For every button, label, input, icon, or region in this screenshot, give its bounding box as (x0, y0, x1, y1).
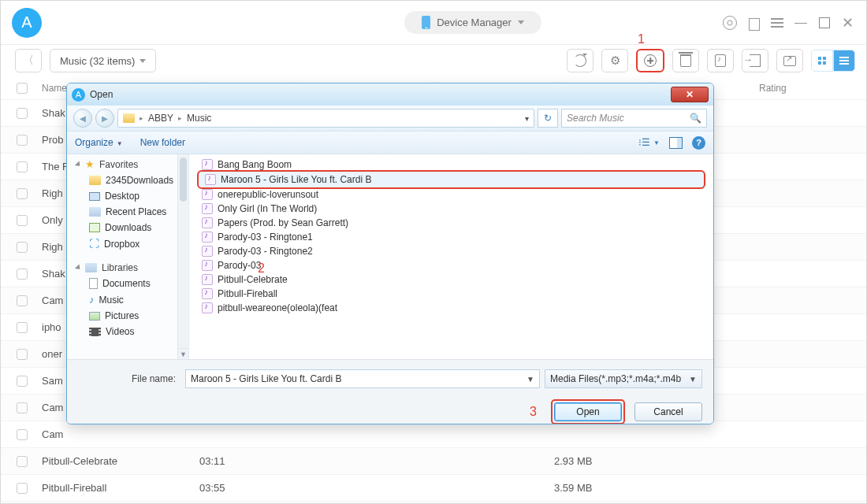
device-label: Device Manager (437, 17, 512, 28)
select-all-checkbox[interactable] (17, 83, 28, 94)
table-row[interactable]: Pitbull-Celebrate03:112.93 MB (1, 448, 866, 475)
sidebar-item-documents[interactable]: Documents (67, 276, 188, 291)
device-manager-dropdown[interactable]: Device Manager (404, 11, 541, 34)
row-checkbox[interactable] (17, 161, 28, 172)
maximize-button[interactable] (817, 16, 832, 30)
row-checkbox[interactable] (17, 349, 28, 360)
view-mode-button[interactable]: ⁝☰ ▼ (638, 137, 660, 148)
dialog-title: Open (90, 89, 113, 100)
sidebar-item-downloads[interactable]: Downloads (67, 220, 188, 235)
sidebar-favorites-header[interactable]: ★Favorites (67, 154, 188, 172)
file-item[interactable]: Only Girl (In The World) (199, 202, 704, 216)
table-row[interactable]: Pitbull-Fireball03:553.59 MB (1, 475, 866, 502)
audio-file-icon (202, 274, 213, 285)
file-item[interactable]: onerepublic-loverunsout (199, 187, 704, 202)
file-name: Only Girl (In The World) (218, 203, 317, 214)
search-placeholder: Search Music (567, 113, 624, 124)
minimize-button[interactable]: — (794, 16, 808, 30)
address-dropdown-icon[interactable]: ▾ (525, 114, 529, 123)
callout-3: 3 (530, 405, 537, 419)
row-checkbox[interactable] (17, 135, 28, 146)
file-item[interactable]: Pitbull-Fireball (199, 287, 704, 301)
row-checkbox[interactable] (17, 269, 28, 280)
file-filter-select[interactable]: Media Files(*.mp3;*.m4a;*.m4b ▼ (545, 369, 702, 388)
file-item[interactable]: Parody-03 - Ringtone1 (199, 230, 704, 244)
new-folder-button[interactable]: New folder (140, 137, 185, 148)
address-bar[interactable]: ▸ ABBY ▸ Music ▾ (117, 109, 534, 128)
back-button[interactable]: 〈 (15, 49, 42, 72)
file-item[interactable]: Parody-03 (199, 258, 704, 272)
cancel-button[interactable]: Cancel (634, 402, 702, 421)
path-seg-1[interactable]: ABBY (148, 113, 173, 124)
row-name: Pitbull-Fireball (42, 482, 199, 494)
row-checkbox[interactable] (17, 108, 28, 119)
app-close-button[interactable]: ✕ (841, 16, 855, 30)
dialog-title-bar[interactable]: A Open ✕ (67, 83, 713, 106)
organize-menu[interactable]: Organize▼ (75, 137, 123, 148)
row-checkbox[interactable] (17, 376, 28, 387)
libraries-icon (85, 263, 97, 272)
list-view-button[interactable] (833, 50, 855, 72)
sidebar-item-desktop[interactable]: Desktop (67, 188, 188, 204)
sidebar-scrollbar[interactable]: ▲▼ (177, 154, 188, 359)
callout-2: 2 (258, 261, 265, 276)
address-refresh-button[interactable]: ↻ (538, 109, 558, 128)
settings-button[interactable]: ⚙ (601, 49, 628, 72)
row-checkbox[interactable] (17, 483, 28, 494)
target-icon[interactable] (723, 16, 737, 30)
nav-forward-button[interactable]: ► (95, 109, 114, 128)
row-checkbox[interactable] (17, 456, 28, 467)
file-name: Papers (Prod. by Sean Garrett) (218, 217, 348, 228)
path-seg-2[interactable]: Music (187, 113, 211, 124)
row-checkbox[interactable] (17, 322, 28, 333)
send-button[interactable] (776, 49, 803, 72)
table-row[interactable]: Cam (1, 421, 866, 448)
add-button[interactable] (636, 49, 664, 72)
open-button[interactable]: Open (554, 402, 622, 421)
phone-icon (422, 16, 430, 29)
row-checkbox[interactable] (17, 215, 28, 226)
file-item[interactable]: Maroon 5 - Girls Like You ft. Cardi B (199, 172, 704, 187)
refresh-button[interactable] (567, 49, 594, 72)
file-item[interactable]: pitbull-weareone(oleola)(feat (199, 301, 704, 315)
breadcrumb-label: Music (32 items) (60, 55, 135, 67)
file-item[interactable]: Papers (Prod. by Sean Garrett) (199, 216, 704, 230)
file-item[interactable]: Pitbull-Celebrate (199, 272, 704, 287)
file-name: Pitbull-Celebrate (218, 274, 288, 285)
row-checkbox[interactable] (17, 295, 28, 306)
filename-dropdown-icon[interactable]: ▼ (527, 375, 534, 384)
dialog-close-button[interactable]: ✕ (671, 87, 709, 102)
filter-label: Media Files(*.mp3;*.m4a;*.m4b (550, 373, 681, 384)
export-icon (750, 54, 761, 67)
music-button[interactable] (707, 49, 734, 72)
sidebar-item-pictures[interactable]: Pictures (67, 308, 188, 324)
file-item[interactable]: Parody-03 - Ringtone2 (199, 244, 704, 258)
row-checkbox[interactable] (17, 429, 28, 440)
menu-icon[interactable] (770, 16, 784, 30)
sidebar-item-dropbox[interactable]: ⛶Dropbox (67, 235, 188, 252)
sidebar-item-videos[interactable]: Videos (67, 324, 188, 339)
sidebar-libraries-header[interactable]: Libraries (67, 258, 188, 276)
row-checkbox[interactable] (17, 188, 28, 199)
search-input[interactable]: Search Music 🔍 (561, 109, 707, 128)
help-button[interactable]: ? (692, 136, 705, 150)
grid-view-button[interactable] (811, 50, 833, 72)
breadcrumb-separator-icon: ▸ (140, 114, 143, 122)
plus-circle-icon (644, 54, 657, 67)
export-button[interactable] (742, 49, 768, 72)
sidebar-item-recent-places[interactable]: Recent Places (67, 204, 188, 220)
nav-back-button[interactable]: ◄ (73, 109, 92, 128)
sidebar-item-2345downloads[interactable]: 2345Downloads (67, 172, 188, 188)
file-item[interactable]: Bang Bang Boom (199, 158, 704, 172)
row-checkbox[interactable] (17, 402, 28, 413)
theme-icon[interactable] (746, 16, 761, 30)
breadcrumb-dropdown[interactable]: Music (32 items) (50, 49, 156, 72)
filename-input[interactable]: Maroon 5 - Girls Like You ft. Cardi B ▼ (185, 369, 540, 388)
preview-pane-button[interactable] (669, 137, 683, 149)
row-checkbox[interactable] (17, 242, 28, 253)
delete-button[interactable] (672, 49, 699, 72)
audio-file-icon (202, 302, 213, 313)
row-size: 3.59 MB (554, 482, 649, 494)
col-rating[interactable]: Rating (759, 83, 858, 94)
sidebar-item-music[interactable]: ♪Music (67, 291, 188, 308)
